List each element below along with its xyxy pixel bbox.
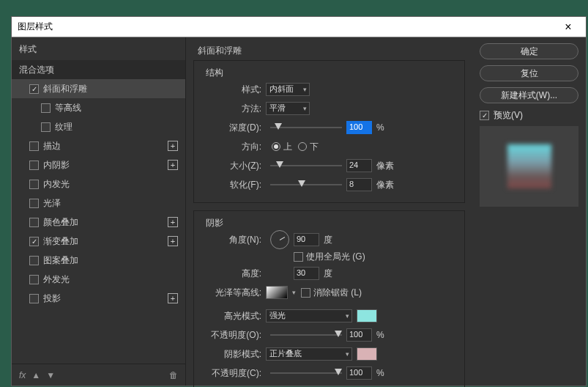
highlight-opacity-input[interactable]: 100 [346,328,372,342]
effect-checkbox[interactable] [29,180,39,189]
effect-row[interactable]: 等高线 [12,98,185,117]
plus-icon[interactable]: + [168,160,178,170]
effect-row[interactable]: 内发光 [12,174,185,194]
ok-button[interactable]: 确定 [480,43,578,59]
global-light-checkbox[interactable] [294,252,303,262]
effect-checkbox[interactable] [29,141,39,151]
new-style-button[interactable]: 新建样式(W)... [480,87,578,103]
effect-label: 等高线 [55,102,81,114]
size-slider[interactable] [270,161,342,171]
style-label: 样式: [201,84,266,96]
effect-checkbox[interactable]: ✓ [29,84,39,94]
highlight-opacity-slider[interactable] [270,330,342,340]
shadow-mode-select[interactable]: 正片叠底▾ [266,347,352,361]
cancel-button[interactable]: 复位 [480,65,578,81]
highlight-mode-label: 高光模式: [201,310,266,322]
shading-title: 阴影 [206,217,457,229]
effect-label: 描边 [43,140,61,152]
layer-style-dialog: 图层样式 × 样式 混合选项 ✓斜面和浮雕等高线纹理描边+内阴影+内发光光泽颜色… [11,16,587,386]
style-select[interactable]: 内斜面▾ [266,83,310,96]
arrow-down-icon[interactable]: ▼ [46,370,55,380]
blend-options-label: 混合选项 [19,64,54,76]
arrow-up-icon[interactable]: ▲ [31,370,40,380]
effect-row[interactable]: 光泽 [12,194,185,213]
gloss-contour-picker[interactable]: ▾ [266,286,288,299]
soften-unit: 像素 [376,179,394,191]
effect-row[interactable]: 投影+ [12,289,185,308]
effect-checkbox[interactable] [29,294,39,303]
effect-checkbox[interactable] [29,199,39,208]
effect-row[interactable]: 外发光 [12,270,185,289]
effect-label: 斜面和浮雕 [43,83,87,95]
altitude-input[interactable]: 30 [294,267,319,280]
shadow-color-swatch[interactable] [357,347,377,361]
highlight-color-swatch[interactable] [357,309,377,322]
effect-checkbox[interactable] [29,275,39,284]
direction-down-radio[interactable] [298,142,307,151]
effect-checkbox[interactable] [41,122,51,132]
direction-up-radio[interactable] [272,142,280,151]
titlebar: 图层样式 × [12,17,586,37]
highlight-mode-select[interactable]: 强光▾ [266,309,352,322]
global-light-label: 使用全局光 (G) [306,251,365,263]
depth-slider[interactable] [270,122,342,133]
effect-label: 颜色叠加 [43,216,78,229]
size-unit: 像素 [376,160,394,172]
antialias-checkbox[interactable] [301,288,310,298]
preview-thumbnail [507,144,551,188]
effect-label: 光泽 [43,197,61,210]
preview-box [480,126,578,207]
plus-icon[interactable]: + [168,141,178,151]
styles-header: 样式 [12,37,185,60]
effect-checkbox[interactable] [29,218,39,227]
actions-panel: 确定 复位 新建样式(W)... ✓ 预览(V) [472,37,586,386]
plus-icon[interactable]: + [168,217,178,227]
shadow-opacity-slider[interactable] [270,368,342,378]
altitude-label: 高度: [201,268,266,280]
angle-input[interactable]: 90 [294,233,319,246]
effect-label: 内发光 [43,178,70,191]
depth-label: 深度(D): [201,122,266,134]
shading-group: 阴影 角度(N): 90 度 使用全局光 (G) 高度 [193,210,465,387]
effect-label: 内阴影 [43,159,70,172]
structure-title: 结构 [206,67,457,79]
effect-label: 外发光 [43,273,70,286]
shadow-opacity-label: 不透明度(C): [201,367,266,380]
plus-icon[interactable]: + [168,293,178,303]
effect-checkbox[interactable] [29,256,39,265]
effect-row[interactable]: ✓渐变叠加+ [12,232,185,251]
technique-label: 方法: [201,103,266,115]
structure-group: 结构 样式: 内斜面▾ 方法: 平滑▾ 深度(D): 100 % 方向: [193,60,465,203]
effect-row[interactable]: 颜色叠加+ [12,213,185,232]
effect-label: 投影 [43,292,61,305]
shadow-opacity-input[interactable]: 100 [346,366,372,380]
altitude-unit: 度 [324,268,332,280]
effect-label: 纹理 [55,121,72,133]
soften-input[interactable]: 8 [346,178,372,191]
effect-row[interactable]: 描边+ [12,136,185,155]
effect-checkbox[interactable]: ✓ [29,237,39,246]
gloss-label: 光泽等高线: [201,287,266,299]
panel-title: 斜面和浮雕 [198,45,465,57]
effect-checkbox[interactable] [41,103,51,113]
plus-icon[interactable]: + [168,236,178,246]
depth-input[interactable]: 100 [346,121,372,134]
styles-panel: 样式 混合选项 ✓斜面和浮雕等高线纹理描边+内阴影+内发光光泽颜色叠加+✓渐变叠… [12,37,186,386]
effect-row[interactable]: ✓斜面和浮雕 [12,79,185,98]
fx-icon[interactable]: fx [19,370,26,380]
technique-select[interactable]: 平滑▾ [266,102,310,115]
preview-label: 预览(V) [494,109,523,122]
close-icon[interactable]: × [557,21,580,34]
effect-row[interactable]: 内阴影+ [12,155,185,174]
blend-options-row[interactable]: 混合选项 [12,60,185,79]
effect-checkbox[interactable] [29,161,39,170]
settings-panel: 斜面和浮雕 结构 样式: 内斜面▾ 方法: 平滑▾ 深度(D): 100 % [186,37,472,386]
size-input[interactable]: 24 [346,159,372,172]
effect-row[interactable]: 纹理 [12,117,185,136]
trash-icon[interactable]: 🗑 [169,370,178,380]
soften-label: 软化(F): [201,179,266,191]
effect-row[interactable]: 图案叠加 [12,251,185,270]
preview-checkbox[interactable]: ✓ [480,111,489,120]
angle-dial[interactable] [270,230,289,249]
soften-slider[interactable] [270,180,342,190]
